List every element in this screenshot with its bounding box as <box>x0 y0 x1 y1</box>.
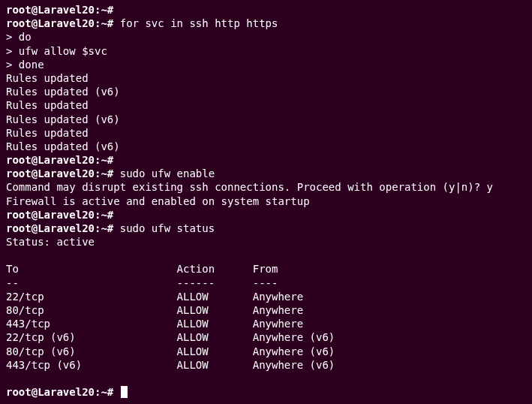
terminal-output-firewall: Firewall is active and enabled on system… <box>6 194 526 208</box>
terminal-line-prompt-1: root@Laravel20:~# <box>6 3 526 17</box>
shell-prompt: root@Laravel20:~# <box>6 154 113 166</box>
table-row: 80/tcp (v6) ALLOW Anywhere (v6) <box>6 345 526 358</box>
table-row: 80/tcp ALLOW Anywhere <box>6 303 526 317</box>
terminal-output-warning: Command may disrupt existing ssh connect… <box>6 180 526 194</box>
command-text: for svc in ssh http https <box>113 17 278 29</box>
terminal-output-line: Rules updated <box>6 98 526 112</box>
terminal-output-line: Rules updated (v6) <box>6 85 526 98</box>
shell-prompt: root@Laravel20:~# <box>6 167 113 179</box>
cursor-icon <box>121 386 128 398</box>
terminal-line-prompt-3: root@Laravel20:~# <box>6 208 526 222</box>
table-row: 443/tcp (v6) ALLOW Anywhere (v6) <box>6 358 526 372</box>
table-row: 22/tcp (v6) ALLOW Anywhere (v6) <box>6 330 526 344</box>
shell-prompt: root@Laravel20:~# <box>6 209 113 221</box>
terminal-blank-line <box>6 372 526 385</box>
shell-prompt: root@Laravel20:~# <box>6 222 113 234</box>
table-row: 22/tcp ALLOW Anywhere <box>6 290 526 303</box>
shell-prompt: root@Laravel20:~# <box>6 386 113 398</box>
table-divider-row: -- ------ ---- <box>6 276 526 290</box>
terminal-output-line: Rules updated (v6) <box>6 113 526 126</box>
table-header-row: To Action From <box>6 262 526 276</box>
terminal-line-continuation: > done <box>6 58 526 71</box>
terminal-output-status: Status: active <box>6 235 526 249</box>
table-row: 443/tcp ALLOW Anywhere <box>6 317 526 330</box>
terminal-blank-line <box>6 249 526 262</box>
terminal-line-continuation: > ufw allow $svc <box>6 44 526 58</box>
terminal-line-cmd-3: root@Laravel20:~# sudo ufw status <box>6 222 526 235</box>
terminal-line-continuation: > do <box>6 30 526 44</box>
terminal-line-prompt-cursor[interactable]: root@Laravel20:~# <box>6 385 526 399</box>
shell-prompt: root@Laravel20:~# <box>6 17 113 29</box>
terminal-output-line: Rules updated <box>6 126 526 140</box>
command-text: sudo ufw enable <box>113 167 215 179</box>
terminal-line-prompt-2: root@Laravel20:~# <box>6 153 526 167</box>
terminal-output-line: Rules updated (v6) <box>6 140 526 153</box>
command-text: sudo ufw status <box>113 222 215 234</box>
terminal-line-cmd-2: root@Laravel20:~# sudo ufw enable <box>6 167 526 180</box>
terminal-output-line: Rules updated <box>6 71 526 85</box>
terminal-line-cmd-1: root@Laravel20:~# for svc in ssh http ht… <box>6 17 526 30</box>
shell-prompt: root@Laravel20:~# <box>6 4 113 16</box>
